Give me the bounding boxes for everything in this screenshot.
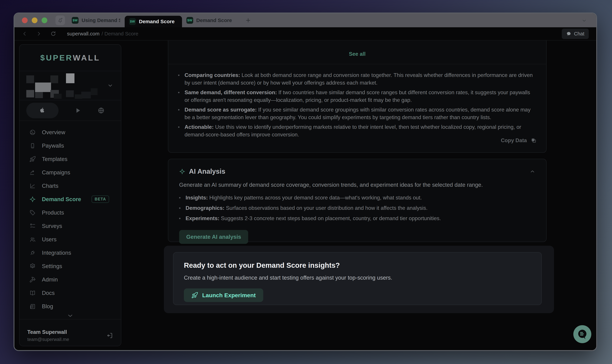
bullet-text: Highlights key patterns across your dema… — [208, 195, 422, 201]
users-icon — [29, 236, 36, 243]
bullet-label: Actionable: — [185, 124, 214, 130]
bullet-label: Same demand, different conversion: — [185, 89, 277, 95]
superwall-favicon: $W — [129, 18, 136, 25]
bullet-text: Suggests 2-3 concrete next steps based o… — [219, 215, 441, 221]
list-item: Experiments: Suggests 2-3 concrete next … — [179, 214, 535, 223]
minimize-window-button[interactable] — [32, 17, 38, 23]
chat-bubble-icon — [577, 329, 588, 340]
chat-widget-button[interactable] — [573, 325, 591, 343]
launch-experiment-label: Launch Experiment — [202, 292, 256, 299]
sidebar-nav: Overview Paywalls Templates Campaigns Ch… — [19, 121, 121, 313]
sidebar-item-paywalls[interactable]: Paywalls — [19, 139, 121, 152]
rocket-icon — [191, 292, 198, 299]
platform-google-play[interactable] — [75, 107, 82, 114]
tab-title: Demand Score — [139, 19, 175, 24]
url-host: superwall.com — [67, 31, 100, 37]
chevron-down-icon — [67, 312, 74, 319]
sidebar-item-products[interactable]: Products — [19, 206, 121, 219]
zoom-window-button[interactable] — [41, 17, 47, 23]
sidebar-item-charts[interactable]: Charts — [19, 179, 121, 193]
sidebar-item-docs[interactable]: Docs — [19, 286, 121, 299]
launch-experiment-button[interactable]: Launch Experiment — [184, 288, 263, 302]
address-bar[interactable]: superwall.com / Demand Score — [67, 31, 138, 37]
traffic-lights — [22, 17, 47, 23]
sparkle-icon — [29, 196, 36, 203]
generate-ai-analysis-button[interactable]: Generate AI analysis — [179, 230, 248, 244]
account-email: team@superwall.me — [27, 337, 69, 342]
see-all-link[interactable]: See all — [168, 40, 546, 57]
checklist-icon — [29, 223, 36, 229]
sidebar-item-settings[interactable]: Settings — [19, 260, 121, 273]
sidebar-item-label: Products — [42, 209, 64, 216]
beta-badge: BETA — [92, 195, 109, 203]
superwall-logo: $UPERWALL — [19, 45, 121, 71]
platform-apple-selected[interactable] — [26, 103, 58, 118]
account-name: Team Superwall — [27, 329, 69, 335]
sidebar-item-label: Admin — [42, 276, 58, 283]
sidebar-item-label: Blog — [42, 303, 53, 310]
superwall-favicon: $W — [186, 17, 193, 24]
chat-button-label: Chat — [574, 31, 584, 37]
sign-out-button[interactable] — [106, 332, 113, 339]
close-window-button[interactable] — [22, 17, 28, 23]
apple-icon — [39, 107, 46, 114]
copy-data-button[interactable]: Copy Data — [501, 137, 537, 143]
browser-tab-1[interactable]: $W Using Demand Score in — [67, 13, 125, 27]
platform-switcher — [19, 100, 121, 121]
back-button[interactable] — [22, 31, 27, 37]
sidebar-item-campaigns[interactable]: Campaigns — [19, 166, 121, 179]
browser-tab-2-active[interactable]: $W Demand Score — [125, 16, 182, 27]
bullet-label: Experiments: — [186, 215, 219, 221]
url-breadcrumb: / Demand Score — [102, 31, 138, 37]
bullet-dot-icon — [179, 197, 180, 198]
sidebar-item-label: Templates — [42, 156, 67, 162]
pin-tab-button[interactable] — [55, 16, 65, 25]
campaign-arrow-icon — [29, 169, 36, 176]
collapse-section-button[interactable] — [530, 169, 535, 174]
gauge-icon — [29, 129, 36, 136]
speech-bubble-icon — [566, 31, 571, 36]
cta-panel: Ready to act on your Demand Score insigh… — [164, 246, 554, 313]
sidebar-item-integrations[interactable]: Integrations — [19, 246, 121, 260]
plug-icon — [29, 250, 36, 256]
sidebar-item-demand-score[interactable]: Demand Score BETA — [19, 193, 121, 206]
reload-button[interactable] — [50, 31, 56, 37]
sidebar-item-users[interactable]: Users — [19, 233, 121, 246]
sidebar-item-label: Settings — [42, 263, 62, 269]
browser-tab-3[interactable]: $W Demand Score — [182, 13, 239, 27]
chevron-down-icon — [107, 83, 113, 89]
sidebar-item-admin[interactable]: Admin — [19, 273, 121, 286]
list-item: Actionable: Use this view to identify un… — [178, 123, 534, 138]
sidebar-item-templates[interactable]: Templates — [19, 152, 121, 166]
bullet-dot-icon — [178, 75, 179, 76]
hammer-icon — [29, 276, 36, 283]
bullet-label: Demographics: — [186, 205, 224, 211]
new-tab-button[interactable] — [245, 17, 251, 23]
sidebar-item-label: Demand Score — [42, 196, 81, 203]
bullet-dot-icon — [178, 109, 179, 110]
logo-accent: $UPER — [40, 53, 73, 62]
workspace-selector[interactable] — [19, 71, 121, 100]
sidebar-item-blog[interactable]: Blog — [19, 299, 121, 313]
ai-bullet-list: Insights: Highlights key patterns across… — [179, 193, 535, 223]
sidebar-item-label: Surveys — [42, 223, 62, 229]
sidebar-scroll-indicator[interactable] — [19, 312, 121, 319]
sidebar-item-surveys[interactable]: Surveys — [19, 219, 121, 233]
sidebar-item-label: Campaigns — [42, 169, 70, 176]
platform-web[interactable] — [97, 107, 105, 114]
tab-bar: $W Using Demand Score in $W Demand Score… — [14, 13, 596, 27]
insights-bullet-list: Comparing countries: Look at both demand… — [168, 64, 546, 138]
list-item: Demand score as surrogate: If you see si… — [178, 106, 534, 121]
list-item: Insights: Highlights key patterns across… — [179, 193, 535, 202]
browser-window: $W Using Demand Score in $W Demand Score… — [14, 13, 597, 351]
list-item: Comparing countries: Look at both demand… — [178, 71, 534, 87]
list-item: Demographics: Surfaces observations base… — [179, 204, 535, 212]
insights-card: See all Comparing countries: Look at bot… — [168, 40, 546, 153]
browser-chat-button[interactable]: Chat — [562, 29, 589, 39]
sidebar-item-overview[interactable]: Overview — [19, 126, 121, 139]
cta-title: Ready to act on your Demand Score insigh… — [184, 261, 531, 269]
ai-analysis-card: AI Analysis Generate an AI summary of de… — [168, 159, 546, 242]
ai-analysis-title: AI Analysis — [189, 168, 225, 175]
forward-button[interactable] — [36, 31, 41, 37]
tab-overflow-button[interactable] — [582, 18, 587, 23]
